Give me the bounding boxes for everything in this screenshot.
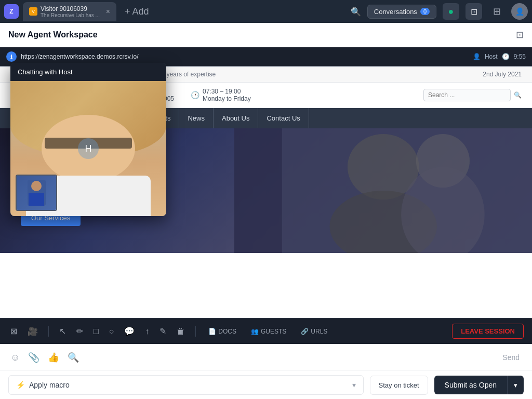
tab-favicon: V: [29, 7, 37, 16]
conversations-label: Conversations: [374, 8, 417, 16]
user-avatar-button[interactable]: 👤: [511, 3, 528, 20]
green-status-button[interactable]: ●: [443, 3, 459, 20]
nav-item-news[interactable]: News: [179, 108, 214, 128]
chat-video-overlay: Chatting with Host H: [10, 63, 166, 216]
new-tab-button[interactable]: + Add: [121, 4, 153, 19]
submit-dropdown-button[interactable]: ▾: [507, 376, 524, 394]
conversations-badge: 0: [420, 8, 430, 15]
site-search-icon: 🔍: [514, 91, 522, 99]
site-search-input[interactable]: [423, 89, 511, 101]
site-hours: 07:30 – 19:00: [203, 88, 251, 95]
host-label: Host: [485, 53, 498, 60]
chat-overlay-header: Chatting with Host: [10, 63, 166, 81]
toolbar-separator-1: [48, 326, 49, 337]
chat-input-area: ☺ 📎 👍 🔍 Send: [0, 344, 532, 371]
urls-icon: 🔗: [301, 328, 309, 335]
toolbar-edit-button[interactable]: ✎: [157, 324, 168, 338]
emoji-button[interactable]: ☺: [8, 350, 22, 365]
screen-share-toolbar: ⊠ 🎥 ↖ ✏ □ ○ 💬 ↑ ✎ 🗑 📄 DOCS 👥 GUESTS 🔗 UR…: [0, 318, 532, 344]
site-hero-image: [234, 128, 532, 253]
toolbar-rect-button[interactable]: □: [91, 325, 101, 338]
toolbar-expand-button[interactable]: ⊠: [8, 324, 19, 338]
active-tab[interactable]: V Visitor 90106039 The Recursive Lab has…: [23, 2, 116, 21]
hero-people-svg: [234, 128, 532, 253]
macro-label: Apply macro: [29, 381, 70, 389]
site-days: Monday to Friday: [203, 95, 251, 102]
toolbar-comment-button[interactable]: 💬: [122, 324, 137, 338]
toolbar-separator-2: [195, 326, 196, 337]
chat-search-button[interactable]: 🔍: [65, 350, 81, 365]
submit-as-open-button[interactable]: Submit as Open: [434, 376, 507, 394]
chat-input-spacer: [85, 350, 494, 365]
search-button[interactable]: 🔍: [351, 7, 361, 17]
toolbar-cursor-button[interactable]: ↖: [57, 324, 68, 338]
toolbar-docs-button[interactable]: 📄 DOCS: [204, 326, 241, 337]
conversations-button[interactable]: Conversations 0: [367, 5, 436, 19]
main-area: New Agent Workspace ⊡ ℹ https://zenagent…: [0, 23, 532, 399]
chat-actions-bar: ⚡ Apply macro ▾ Stay on ticket Submit as…: [0, 371, 532, 399]
inner-host-time: 👤 Host 🕐 9:55: [473, 53, 526, 60]
tab-text: Visitor 90106039 The Recursive Lab has .…: [41, 5, 103, 18]
pip-video: [16, 175, 57, 211]
nav-item-about-us[interactable]: About Us: [214, 108, 258, 128]
bottom-chat-area: ☺ 📎 👍 🔍 Send ⚡ Apply macro ▾ Stay on tic…: [0, 344, 532, 399]
toolbar-guests-button[interactable]: 👥 GUESTS: [247, 326, 290, 337]
apply-macro-button[interactable]: ⚡ Apply macro ▾: [8, 375, 364, 395]
browser-logo: Z: [4, 4, 19, 19]
inner-url: https://zenagentworkspace.demos.rcrsv.io…: [21, 53, 469, 60]
tab-subtitle: The Recursive Lab has ...: [41, 12, 103, 18]
toolbar-circle-button[interactable]: ○: [107, 325, 116, 338]
pip-body: [28, 180, 46, 206]
inner-site-icon: ℹ: [6, 51, 17, 62]
thumbs-up-button[interactable]: 👍: [46, 350, 61, 365]
grid-button[interactable]: ⊞: [488, 3, 505, 20]
clock-icon: 🕐: [502, 53, 510, 60]
workspace-header: New Agent Workspace ⊡: [0, 23, 532, 47]
video-center-icon: H: [78, 138, 99, 159]
site-hours-info: 🕐 07:30 – 19:00 Monday to Friday: [191, 88, 251, 102]
host-icon: 👤: [473, 53, 481, 60]
guests-icon: 👥: [251, 328, 259, 335]
screen-share-button[interactable]: ⊡: [466, 3, 482, 20]
site-date: 2nd July 2021: [483, 71, 522, 78]
browser-right-actions: 🔍 Conversations 0 ● ⊡ ⊞ 👤: [351, 3, 528, 20]
toolbar-pen-button[interactable]: ✏: [74, 324, 85, 338]
pip-face: [31, 181, 42, 191]
site-search[interactable]: 🔍: [423, 89, 522, 101]
svg-rect-5: [234, 128, 282, 253]
nav-item-contact-us[interactable]: Contact Us: [258, 108, 309, 128]
clock-site-icon: 🕐: [191, 91, 200, 99]
toolbar-camera-button[interactable]: 🎥: [25, 324, 40, 338]
attachment-button[interactable]: 📎: [26, 350, 42, 365]
main-video-feed: H: [10, 81, 166, 216]
toolbar-urls-button[interactable]: 🔗 URLS: [297, 326, 331, 337]
pip-shirt: [29, 193, 44, 206]
leave-session-button[interactable]: LEAVE SESSION: [452, 324, 524, 339]
toolbar-delete-button[interactable]: 🗑: [175, 325, 187, 338]
docs-icon: 📄: [208, 328, 216, 335]
macro-chevron-icon: ▾: [352, 381, 356, 389]
submit-dropdown-icon: ▾: [514, 381, 517, 389]
macro-icon: ⚡: [16, 381, 25, 389]
pip-person: [17, 176, 56, 210]
send-button[interactable]: Send: [498, 351, 524, 364]
screen-share-container: ℹ https://zenagentworkspace.demos.rcrsv.…: [0, 47, 532, 344]
tab-close-button[interactable]: ×: [106, 8, 110, 15]
submit-group: Submit as Open ▾: [434, 376, 524, 394]
stay-on-ticket-button[interactable]: Stay on ticket: [370, 376, 428, 395]
tab-title: Visitor 90106039: [41, 5, 103, 12]
workspace-title: New Agent Workspace: [8, 30, 98, 39]
browser-tab-bar: Z V Visitor 90106039 The Recursive Lab h…: [0, 0, 532, 23]
session-time: 9:55: [514, 53, 526, 60]
toolbar-upload-button[interactable]: ↑: [143, 325, 151, 338]
workspace-copy-icon[interactable]: ⊡: [516, 29, 524, 41]
